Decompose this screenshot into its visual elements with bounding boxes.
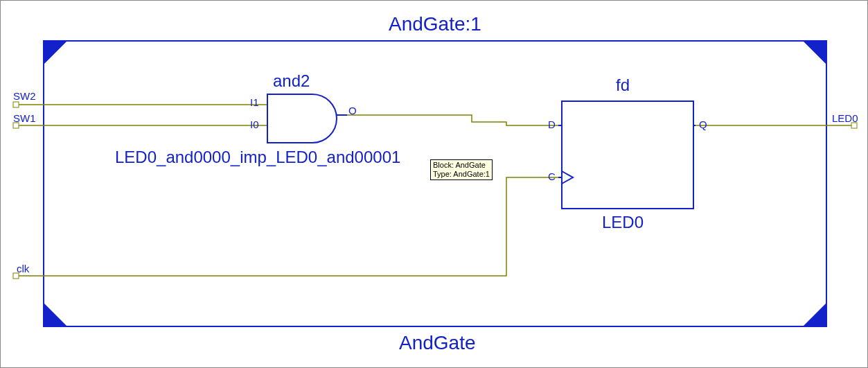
ext-port-clk: clk xyxy=(17,263,29,274)
svg-rect-0 xyxy=(44,41,826,326)
diagram-title-top: AndGate:1 xyxy=(389,13,481,35)
and-gate-type-label: and2 xyxy=(273,71,310,91)
tooltip-line1: Block: AndGate xyxy=(433,161,490,170)
diagram-title-bottom: AndGate xyxy=(399,332,476,354)
and-gate-port-i0: I0 xyxy=(250,119,259,130)
ext-port-sw2: SW2 xyxy=(13,90,36,102)
svg-rect-13 xyxy=(562,101,693,209)
flipflop-type-label: fd xyxy=(616,76,630,95)
ext-port-sw1: SW1 xyxy=(13,112,36,124)
and-gate-port-i1: I1 xyxy=(250,96,259,108)
ext-port-led0: LED0 xyxy=(832,112,858,124)
flipflop-port-q: Q xyxy=(699,119,707,130)
svg-rect-5 xyxy=(13,102,19,107)
tooltip-line2: Type: AndGate:1 xyxy=(433,170,490,179)
svg-marker-2 xyxy=(803,41,826,64)
svg-marker-4 xyxy=(803,303,826,326)
flipflop-port-d: D xyxy=(548,119,556,130)
module-frame xyxy=(44,41,826,326)
and-gate-instance-label: LED0_and0000_imp_LED0_and00001 xyxy=(115,148,400,167)
and-gate-symbol[interactable] xyxy=(267,94,347,143)
schematic-canvas[interactable]: AndGate:1 AndGate and2 LED0_and0000_imp_… xyxy=(0,0,868,368)
svg-marker-1 xyxy=(44,41,67,64)
svg-marker-3 xyxy=(44,303,67,326)
flipflop-port-c: C xyxy=(548,170,556,182)
port-markers xyxy=(13,102,857,279)
flipflop-instance-label: LED0 xyxy=(602,213,644,232)
and-gate-port-o: O xyxy=(348,105,357,116)
wires xyxy=(19,105,851,276)
hover-tooltip: Block: AndGate Type: AndGate:1 xyxy=(430,159,493,180)
flipflop-symbol[interactable] xyxy=(558,101,696,209)
